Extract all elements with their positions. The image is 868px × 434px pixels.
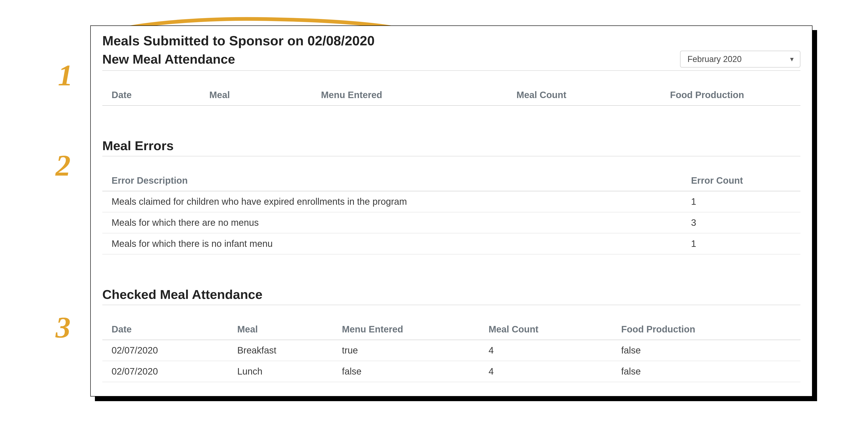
col-date: Date (102, 85, 200, 105)
main-panel: Meals Submitted to Sponsor on 02/08/2020… (90, 26, 812, 397)
cell-menu-entered: false (333, 361, 479, 382)
cell-meal-count: 4 (479, 361, 612, 382)
cell-meal: Lunch (228, 361, 333, 382)
col-error-desc: Error Description (102, 170, 689, 191)
col-menu-entered: Menu Entered (333, 319, 479, 340)
col-food-production: Food Production (612, 319, 800, 340)
section-header-checked-attendance: Checked Meal Attendance (102, 287, 800, 305)
error-count: 3 (689, 212, 800, 233)
col-meal-count: Meal Count (507, 85, 661, 105)
cell-food-production: false (612, 361, 800, 382)
section-title-checked-attendance: Checked Meal Attendance (102, 287, 262, 302)
section-title-new-attendance: New Meal Attendance (102, 52, 235, 67)
cell-date: 02/07/2020 (102, 340, 228, 361)
section-header-meal-errors: Meal Errors (102, 138, 800, 156)
annotation-num-2: 2 (56, 148, 71, 183)
col-food-production: Food Production (661, 85, 800, 105)
error-desc: Meals for which there are no menus (102, 212, 689, 233)
col-meal: Meal (200, 85, 312, 105)
page-root: 1 2 3 Meals Submitted to Sponsor on 02/0… (11, 11, 857, 423)
error-desc: Meals for which there is no infant menu (102, 233, 689, 254)
cell-meal: Breakfast (228, 340, 333, 361)
cell-meal-count: 4 (479, 340, 612, 361)
error-count: 1 (689, 233, 800, 254)
cell-menu-entered: true (333, 340, 479, 361)
error-desc: Meals claimed for children who have expi… (102, 191, 689, 212)
cell-date: 02/07/2020 (102, 361, 228, 382)
new-attendance-header-row: Date Meal Menu Entered Meal Count Food P… (102, 85, 800, 105)
cell-food-production: false (612, 340, 800, 361)
col-menu-entered: Menu Entered (312, 85, 507, 105)
month-select[interactable]: February 2020 (680, 51, 800, 68)
annotation-num-1: 1 (58, 58, 73, 93)
table-row: 02/07/2020 Lunch false 4 false (102, 361, 800, 382)
table-row: Meals claimed for children who have expi… (102, 191, 800, 212)
table-row: 02/07/2020 Breakfast true 4 false (102, 340, 800, 361)
error-count: 1 (689, 191, 800, 212)
col-date: Date (102, 319, 228, 340)
checked-attendance-table: Date Meal Menu Entered Meal Count Food P… (102, 319, 800, 382)
meal-errors-table: Error Description Error Count Meals clai… (102, 170, 800, 255)
annotation-num-3: 3 (56, 310, 71, 345)
col-error-count: Error Count (689, 170, 800, 191)
page-title: Meals Submitted to Sponsor on 02/08/2020 (102, 33, 800, 48)
section-title-meal-errors: Meal Errors (102, 138, 174, 153)
col-meal: Meal (228, 319, 333, 340)
table-row: Meals for which there is no infant menu … (102, 233, 800, 254)
section-header-new-attendance: New Meal Attendance February 2020 ▼ (102, 51, 800, 71)
new-attendance-table: Date Meal Menu Entered Meal Count Food P… (102, 85, 800, 106)
checked-attendance-header-row: Date Meal Menu Entered Meal Count Food P… (102, 319, 800, 340)
meal-errors-header-row: Error Description Error Count (102, 170, 800, 191)
table-row: Meals for which there are no menus 3 (102, 212, 800, 233)
col-meal-count: Meal Count (479, 319, 612, 340)
month-select-wrap: February 2020 ▼ (680, 51, 800, 68)
